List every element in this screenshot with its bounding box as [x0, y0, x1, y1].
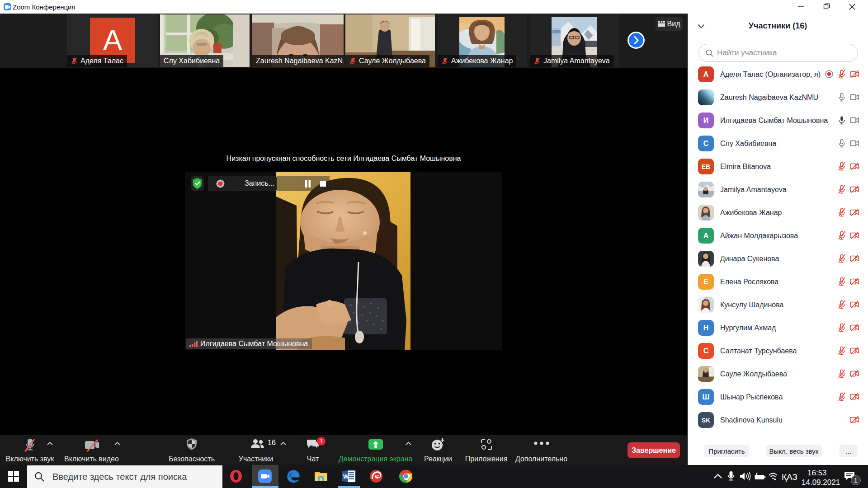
svg-text:c: c — [377, 474, 379, 479]
svg-text:W: W — [343, 473, 349, 480]
